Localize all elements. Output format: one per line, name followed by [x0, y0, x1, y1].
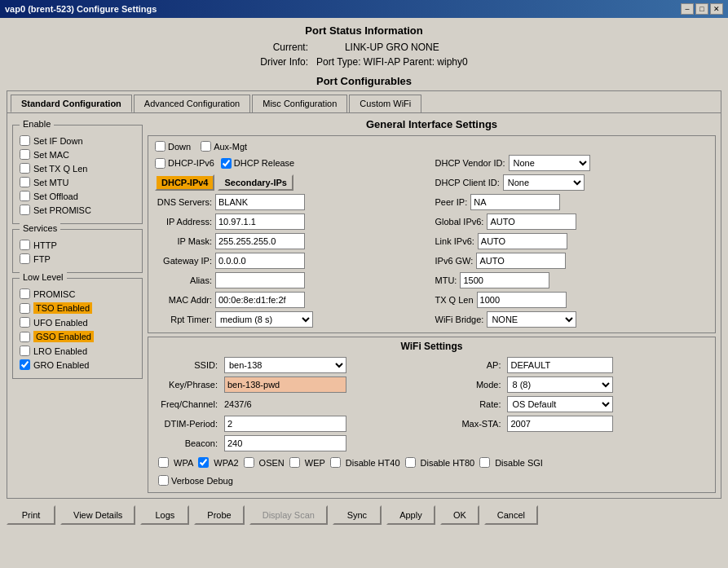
- current-value: LINK-UP GRO NONE: [313, 41, 471, 54]
- ip-address-input[interactable]: [215, 214, 305, 230]
- wifi-bridge-select[interactable]: NONE: [487, 311, 576, 328]
- ap-input[interactable]: [507, 357, 613, 373]
- checkbox-tso-enabled: TSO Enabled: [20, 301, 135, 315]
- set-offload-checkbox[interactable]: [20, 191, 30, 201]
- peer-ip-input[interactable]: [470, 194, 560, 210]
- wifi-settings-heading: WiFi Settings: [152, 341, 712, 352]
- max-sta-input[interactable]: [507, 416, 613, 432]
- gso-checkbox[interactable]: [20, 332, 30, 342]
- dhcp-client-select[interactable]: None: [503, 174, 585, 191]
- tab-content: Enable Set IF Down Set MAC Set TX Q: [7, 112, 721, 498]
- dhcp-release-checkbox[interactable]: [221, 158, 232, 169]
- tab-custom-wifi[interactable]: Custom WiFi: [349, 95, 421, 112]
- mtu-input[interactable]: [460, 272, 549, 288]
- wpa2-checkbox[interactable]: [198, 457, 209, 468]
- general-interface-heading: General Interface Settings: [148, 118, 716, 130]
- promisc-checkbox[interactable]: [20, 288, 30, 299]
- dtim-input[interactable]: [224, 416, 346, 432]
- rate-label: Rate:: [458, 394, 504, 414]
- tso-label: TSO Enabled: [33, 302, 92, 314]
- disable-ht40-label: Disable HT40: [346, 458, 400, 468]
- wifi-settings-table: SSID: ben-138 AP: Key/Phrase:: [152, 355, 712, 489]
- bottom-bar: Print View Details Logs Probe Display Sc…: [7, 499, 721, 528]
- global-ipv6-input[interactable]: [487, 214, 576, 230]
- http-checkbox[interactable]: [20, 240, 30, 250]
- wpa-label: WPA: [174, 458, 193, 468]
- verbose-debug-checkbox[interactable]: [158, 475, 169, 486]
- lro-checkbox[interactable]: [20, 346, 30, 356]
- dhcp-ipv4-button[interactable]: DHCP-IPv4: [155, 174, 214, 191]
- alias-input[interactable]: [215, 272, 305, 288]
- dhcp-release-label: DHCP Release: [234, 158, 294, 168]
- gro-checkbox[interactable]: [20, 359, 30, 370]
- tab-misc[interactable]: Misc Configuration: [252, 95, 347, 112]
- tab-standard[interactable]: Standard Configuration: [11, 95, 132, 112]
- set-tx-q-len-checkbox[interactable]: [20, 163, 30, 174]
- checkbox-gro-enabled: GRO Enabled: [20, 358, 135, 372]
- gateway-input[interactable]: [215, 253, 305, 269]
- view-details-button[interactable]: View Details: [60, 505, 135, 525]
- dhcp-vendor-select[interactable]: None: [509, 155, 590, 171]
- ufo-checkbox[interactable]: [20, 317, 30, 328]
- ipv6-gw-input[interactable]: [476, 253, 566, 269]
- set-if-down-checkbox[interactable]: [20, 135, 30, 146]
- mode-select[interactable]: 8 (8): [507, 376, 613, 393]
- secondary-ips-button[interactable]: Secondary-IPs: [218, 174, 293, 191]
- ftp-checkbox[interactable]: [20, 253, 30, 264]
- title-bar: vap0 (brent-523) Configure Settings – □ …: [0, 0, 728, 18]
- global-ipv6-label: Global IPv6:: [435, 217, 484, 227]
- key-phrase-label: Key/Phrase:: [152, 375, 221, 394]
- port-status: Port Status Information Current: LINK-UP…: [7, 24, 721, 70]
- tso-checkbox[interactable]: [20, 303, 30, 314]
- set-promisc-label: Set PROMISC: [33, 205, 91, 215]
- print-button[interactable]: Print: [7, 505, 55, 525]
- down-check-row: Down: [155, 141, 191, 152]
- mtu-label: MTU:: [435, 275, 457, 285]
- key-phrase-input[interactable]: [224, 376, 346, 393]
- sync-button[interactable]: Sync: [333, 505, 382, 525]
- wep-checkbox[interactable]: [289, 457, 300, 468]
- set-mac-label: Set MAC: [33, 150, 69, 160]
- mac-label: MAC Addr:: [155, 295, 212, 305]
- rpt-timer-select[interactable]: medium (8 s) fast (1 s) slow (30 s): [215, 311, 313, 328]
- set-offload-label: Set Offload: [33, 192, 78, 201]
- tab-bar: Standard Configuration Advanced Configur…: [7, 91, 721, 112]
- aux-mgt-label: Aux-Mgt: [214, 142, 247, 152]
- set-promisc-checkbox[interactable]: [20, 205, 30, 215]
- gateway-label: Gateway IP:: [155, 256, 212, 266]
- checkbox-set-if-down: Set IF Down: [20, 134, 135, 148]
- services-group-title: Services: [20, 223, 60, 233]
- ip-mask-input[interactable]: [215, 233, 305, 249]
- disable-sgi-checkbox[interactable]: [479, 457, 490, 468]
- link-ipv6-input[interactable]: [478, 233, 567, 249]
- ok-button[interactable]: OK: [440, 505, 479, 525]
- set-mtu-checkbox[interactable]: [20, 177, 30, 187]
- disable-ht40-checkbox[interactable]: [330, 457, 341, 468]
- osen-checkbox[interactable]: [244, 457, 254, 468]
- rate-select[interactable]: OS Default: [507, 396, 613, 412]
- probe-button[interactable]: Probe: [194, 505, 244, 525]
- dns-input[interactable]: [215, 194, 305, 210]
- down-checkbox[interactable]: [155, 141, 165, 152]
- beacon-input[interactable]: [224, 435, 346, 451]
- tab-advanced[interactable]: Advanced Configuration: [134, 95, 250, 112]
- disable-ht80-checkbox[interactable]: [405, 457, 416, 468]
- ap-label: AP:: [458, 355, 504, 375]
- ssid-select[interactable]: ben-138: [224, 357, 346, 373]
- logs-button[interactable]: Logs: [140, 505, 189, 525]
- tx-q-input[interactable]: [477, 292, 567, 308]
- mac-input[interactable]: [215, 292, 305, 308]
- apply-button[interactable]: Apply: [386, 505, 435, 525]
- current-label: Current:: [257, 41, 311, 54]
- close-button[interactable]: ✕: [710, 3, 723, 15]
- aux-mgt-checkbox[interactable]: [201, 141, 211, 152]
- cancel-button[interactable]: Cancel: [484, 505, 538, 525]
- set-mac-checkbox[interactable]: [20, 149, 30, 160]
- freq-value: 2437/6: [224, 399, 252, 409]
- dhcp-ipv6-checkbox[interactable]: [155, 158, 165, 169]
- enable-group: Enable Set IF Down Set MAC Set TX Q: [12, 125, 143, 224]
- wpa-checkbox[interactable]: [158, 457, 169, 468]
- minimize-button[interactable]: –: [681, 3, 694, 15]
- display-scan-button[interactable]: Display Scan: [249, 505, 328, 525]
- maximize-button[interactable]: □: [695, 3, 708, 15]
